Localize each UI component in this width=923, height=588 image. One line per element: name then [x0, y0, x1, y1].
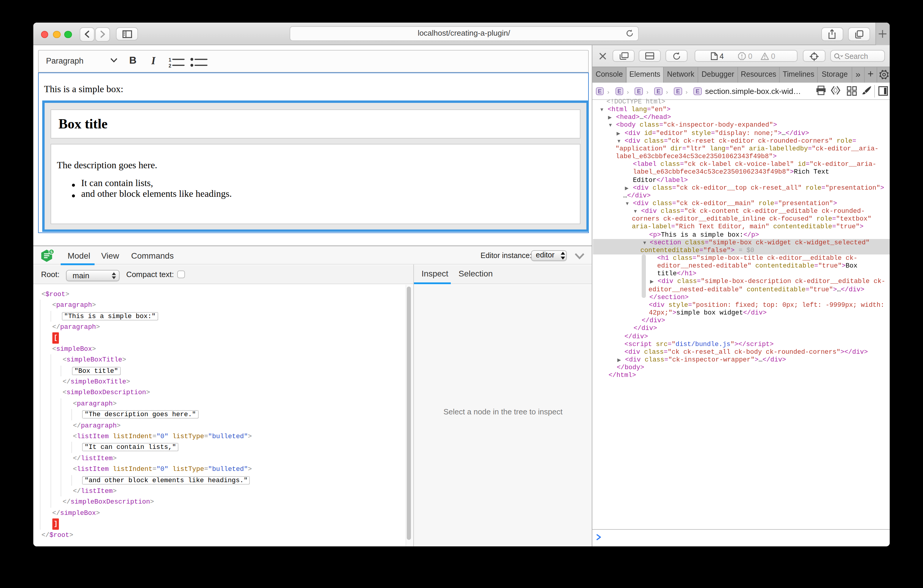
svg-text:1: 1: [169, 57, 171, 62]
svg-text:5: 5: [51, 250, 53, 254]
svg-text:2: 2: [169, 63, 171, 68]
